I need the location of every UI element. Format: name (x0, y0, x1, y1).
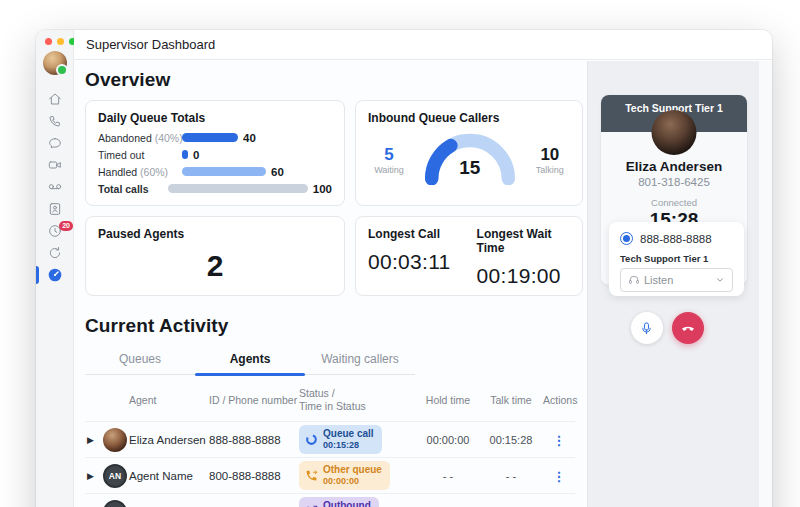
microphone-icon (639, 321, 654, 336)
inbound-title: Inbound Queue Callers (368, 111, 570, 125)
close-window-button[interactable] (45, 38, 52, 45)
monitor-queue-label: Tech Support Tier 1 (620, 253, 733, 264)
talking-stat: 10 Talking (536, 145, 564, 179)
queue-call-icon (305, 433, 318, 446)
longest-wait: Longest Wait Time 00:19:00 (477, 227, 570, 285)
user-avatar[interactable] (43, 51, 67, 75)
home-icon (47, 91, 63, 107)
headphones-icon (628, 274, 640, 286)
sidebar-item-contacts[interactable] (36, 198, 74, 220)
paused-agents-value: 2 (98, 249, 332, 283)
sidebar-item-history[interactable]: 20 (36, 220, 74, 242)
video-icon (47, 157, 63, 173)
panel-edge (759, 61, 772, 507)
phone-icon (47, 113, 63, 129)
listen-mode-dropdown[interactable]: Listen (620, 268, 733, 292)
agents-table: Agent ID / Phone number Status / Time in… (85, 381, 575, 507)
listen-label: Listen (644, 274, 711, 286)
paused-agents-card: Paused Agents 2 (85, 216, 345, 296)
tab-queues[interactable]: Queues (85, 346, 195, 374)
table-header: Agent ID / Phone number Status / Time in… (85, 381, 575, 421)
row-actions-menu-button[interactable]: ⋮ (553, 433, 566, 448)
chat-icon (47, 135, 63, 151)
agent-avatar (103, 428, 127, 452)
line-number: 888-888-8888 (640, 233, 712, 245)
bar-total (168, 184, 308, 193)
table-row: ▶ AN Agent Name 800-888-8888 Other queue… (85, 457, 575, 493)
minimize-window-button[interactable] (57, 38, 64, 45)
bar-row-handled: Handled (60%) 60 (98, 165, 332, 178)
daily-queue-bars: Abandoned (40%) 40 Timed out 0 Handled (… (98, 131, 332, 195)
refresh-icon (47, 245, 63, 261)
caller-name: Eliza Andersen (601, 159, 747, 174)
activity-tabs: Queues Agents Waiting callers (85, 346, 415, 375)
sidebar-item-calls[interactable] (36, 110, 74, 132)
paused-agents-title: Paused Agents (98, 227, 332, 241)
bar-row-timedout: Timed out 0 (98, 148, 332, 161)
longest-call: Longest Call 00:03:11 (368, 227, 451, 285)
table-row: ▶ AN Agent Name - Outbound00:00:00 - - -… (85, 493, 575, 507)
chevron-down-icon (715, 275, 725, 285)
history-badge: 20 (59, 221, 73, 231)
sidebar-item-dashboard[interactable] (36, 264, 74, 286)
other-queue-phone-icon (305, 469, 318, 482)
daily-queue-card: Daily Queue Totals Abandoned (40%) 40 Ti… (85, 100, 345, 206)
dashboard-content: Overview Daily Queue Totals Abandoned (4… (74, 61, 587, 507)
expand-row-button[interactable]: ▶ (85, 435, 103, 445)
sidebar-item-meetings[interactable] (36, 154, 74, 176)
hang-up-phone-icon (680, 320, 696, 336)
contact-card-icon (47, 201, 63, 217)
current-activity-title: Current Activity (85, 315, 575, 337)
sidebar: 20 (36, 30, 74, 507)
line-radio-button[interactable] (620, 232, 633, 245)
status-badge: Outbound00:00:00 (299, 497, 379, 507)
dashboard-gauge-icon (47, 267, 63, 283)
sidebar-item-home[interactable] (36, 88, 74, 110)
app-window: 20 Supervisor Dashboard Overview (36, 30, 772, 507)
monitor-card: 888-888-8888 Tech Support Tier 1 Listen (609, 222, 744, 296)
hang-up-button[interactable] (672, 312, 704, 344)
top-bar: Supervisor Dashboard (74, 30, 772, 60)
daily-queue-title: Daily Queue Totals (98, 111, 332, 125)
row-actions-menu-button[interactable]: ⋮ (553, 469, 566, 484)
window-controls[interactable] (45, 38, 76, 45)
bar-abandoned (182, 133, 238, 142)
status-badge: Queue call00:15:28 (299, 425, 382, 454)
table-row: ▶ Eliza Andersen 888-888-8888 Queue call… (85, 421, 575, 457)
sidebar-item-sync[interactable] (36, 242, 74, 264)
voicemail-icon (47, 179, 63, 195)
caller-avatar (652, 110, 697, 155)
gauge-total-value: 15 (418, 157, 522, 179)
agent-avatar: AN (103, 500, 127, 507)
expand-row-button[interactable]: ▶ (85, 471, 103, 481)
overview-title: Overview (85, 69, 575, 91)
call-panel: Tech Support Tier 1 Eliza Andersen 801-3… (587, 61, 772, 507)
tab-agents[interactable]: Agents (195, 346, 305, 374)
status-badge: Other queue00:00:00 (299, 461, 390, 490)
bar-timedout (182, 150, 188, 159)
bar-row-abandoned: Abandoned (40%) 40 (98, 131, 332, 144)
call-status-label: Connected (601, 197, 747, 208)
waiting-stat: 5 Waiting (374, 145, 404, 179)
inbound-gauge: 15 (418, 127, 522, 179)
agent-avatar: AN (103, 464, 127, 488)
app-title: Supervisor Dashboard (86, 37, 215, 52)
tab-waiting-callers[interactable]: Waiting callers (305, 346, 415, 374)
bar-row-total: Total calls 100 (98, 182, 332, 195)
sidebar-item-messages[interactable] (36, 132, 74, 154)
caller-number: 801-318-6425 (601, 176, 747, 188)
longest-card: Longest Call 00:03:11 Longest Wait Time … (355, 216, 583, 296)
bar-handled (182, 167, 266, 176)
sidebar-item-voicemail[interactable] (36, 176, 74, 198)
mute-button[interactable] (631, 312, 663, 344)
inbound-card: Inbound Queue Callers 5 Waiting 15 (355, 100, 583, 206)
